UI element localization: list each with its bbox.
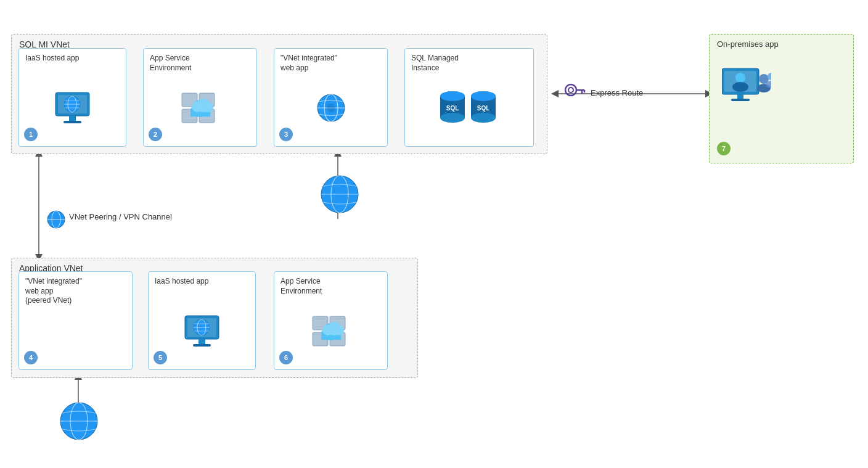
card-label-ase-2: App ServiceEnvironment	[280, 277, 381, 296]
card-icon-ase-2	[280, 300, 381, 363]
card-label-ase-1: App ServiceEnvironment	[150, 54, 250, 73]
svg-point-75	[732, 82, 748, 92]
express-route-icon	[562, 79, 587, 104]
vpn-icon	[46, 210, 66, 229]
svg-point-63	[334, 326, 344, 335]
svg-rect-52	[193, 344, 211, 347]
card-webapp-peered: "VNet integrated"web app(peered VNet) 4	[18, 271, 133, 370]
card-webapp-1: "VNet integrated"web app 3	[274, 48, 388, 147]
globe-middle	[318, 173, 361, 216]
card-icon-1	[25, 76, 120, 140]
card-label-webapp-peered: "VNet integrated"web app(peered VNet)	[25, 277, 126, 306]
badge-2: 2	[149, 128, 162, 141]
card-sql: SQL ManagedInstance SQL SQL	[404, 48, 534, 147]
card-ase-1: App ServiceEnvironment 2	[143, 48, 257, 147]
svg-point-23	[203, 102, 213, 112]
onprem-box: On-premises app 7	[709, 34, 854, 163]
card-label-1: IaaS hosted app	[25, 54, 120, 72]
card-ase-2: App ServiceEnvironment 6	[274, 271, 388, 370]
svg-rect-77	[731, 99, 750, 101]
express-route-label: Express Route	[591, 88, 643, 97]
svg-rect-11	[69, 116, 76, 121]
badge-4: 4	[24, 351, 38, 364]
svg-point-68	[568, 88, 573, 92]
card-iaas-hosted-app-1: IaaS hosted app 1	[18, 48, 126, 147]
card-icon-iaas-2	[155, 299, 249, 363]
badge-5: 5	[154, 351, 167, 364]
badge-6: 6	[279, 351, 293, 364]
svg-text:SQL: SQL	[477, 105, 490, 112]
svg-point-67	[565, 84, 576, 96]
card-icon-webapp-1	[280, 76, 381, 140]
card-iaas-hosted-app-2: IaaS hosted app 5	[148, 271, 256, 370]
svg-point-30	[440, 113, 465, 123]
svg-rect-12	[63, 121, 81, 123]
svg-text:SQL: SQL	[446, 105, 459, 112]
svg-rect-76	[737, 94, 743, 99]
card-icon-ase-1	[150, 76, 250, 140]
svg-rect-51	[199, 339, 205, 344]
svg-point-31	[440, 91, 465, 101]
svg-point-35	[471, 113, 496, 123]
globe-bottom	[57, 400, 100, 443]
card-icon-webapp-peered	[25, 310, 126, 363]
badge-1: 1	[24, 128, 38, 141]
onprem-label: On-premises app	[717, 39, 779, 49]
card-label-sql: SQL ManagedInstance	[411, 54, 527, 73]
badge-3: 3	[279, 128, 293, 141]
svg-point-36	[471, 91, 496, 101]
card-label-webapp-1: "VNet integrated"web app	[280, 54, 381, 73]
onprem-icon	[722, 65, 771, 112]
svg-point-74	[735, 73, 745, 83]
card-label-iaas-2: IaaS hosted app	[155, 277, 249, 295]
badge-7: 7	[717, 142, 731, 155]
card-icon-sql: SQL SQL	[411, 76, 527, 140]
vpn-label: VNet Peering / VPN Channel	[69, 212, 172, 221]
svg-point-27	[327, 104, 335, 112]
diagram-container: SQL MI VNet IaaS hosted app	[0, 0, 868, 468]
